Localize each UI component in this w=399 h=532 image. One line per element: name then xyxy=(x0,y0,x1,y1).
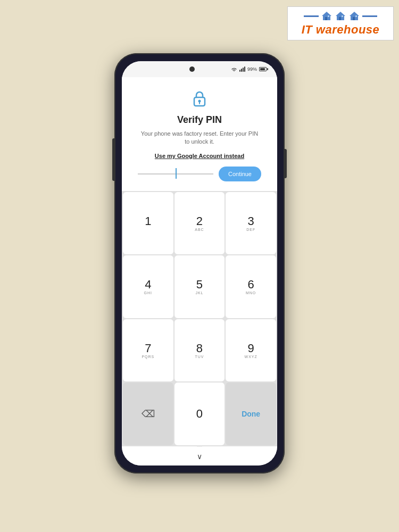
svg-rect-5 xyxy=(342,15,343,17)
logo-container: IT warehouse xyxy=(287,6,394,40)
key-backspace[interactable]: ⌫ xyxy=(123,383,173,445)
svg-rect-7 xyxy=(353,17,355,20)
phone-screen: 99% Verify PIN Your phone was factory re… xyxy=(122,61,277,466)
key-8-letters: TUV xyxy=(195,355,204,359)
battery-icon xyxy=(259,67,267,71)
verify-subtitle: Your phone was factory reset. Enter your… xyxy=(132,130,267,146)
key-2-letters: ABC xyxy=(195,228,204,231)
key-6-num: 6 xyxy=(248,279,254,290)
key-0-num: 0 xyxy=(196,408,203,420)
logo-icons xyxy=(304,10,377,22)
pin-input-field[interactable] xyxy=(138,173,213,174)
logo-house-2 xyxy=(335,10,346,22)
key-9-num: 9 xyxy=(248,343,254,354)
key-8[interactable]: 8 TUV xyxy=(174,319,225,382)
done-label: Done xyxy=(242,410,260,418)
phone-body: 99% Verify PIN Your phone was factory re… xyxy=(114,53,285,473)
google-account-link[interactable]: Use my Google Account instead xyxy=(155,153,244,159)
key-9-letters: WXYZ xyxy=(245,355,257,359)
nav-chevron: ∨ xyxy=(197,452,202,461)
key-done[interactable]: Done xyxy=(226,383,276,445)
key-1-letters xyxy=(147,228,149,231)
key-2-num: 2 xyxy=(196,215,203,227)
key-8-num: 8 xyxy=(196,343,203,354)
key-6[interactable]: 6 MNO xyxy=(226,255,276,318)
logo-line-left xyxy=(304,15,319,17)
backspace-icon: ⌫ xyxy=(142,408,155,420)
logo-text: IT warehouse xyxy=(302,23,380,37)
status-right: 99% xyxy=(231,66,267,72)
pin-input-row: Continue xyxy=(132,167,267,181)
key-7-num: 7 xyxy=(145,343,151,354)
signal-icon xyxy=(239,66,245,72)
key-1-num: 1 xyxy=(145,215,151,227)
key-3[interactable]: 3 DEF xyxy=(226,192,276,255)
logo-line-right xyxy=(362,15,377,17)
key-9[interactable]: 9 WXYZ xyxy=(226,319,276,382)
screen-content: Verify PIN Your phone was factory reset.… xyxy=(122,77,277,466)
lock-icon xyxy=(189,88,210,109)
battery-fill xyxy=(260,68,265,70)
key-5-num: 5 xyxy=(196,279,203,290)
svg-rect-8 xyxy=(355,15,357,17)
key-4-letters: GHI xyxy=(144,291,152,295)
verify-title: Verify PIN xyxy=(177,114,222,126)
key-1[interactable]: 1 xyxy=(123,192,173,255)
svg-rect-1 xyxy=(325,17,327,20)
logo-house-1 xyxy=(321,10,332,22)
key-2[interactable]: 2 ABC xyxy=(174,192,225,255)
key-3-letters: DEF xyxy=(246,228,255,231)
key-4[interactable]: 4 GHI xyxy=(123,255,173,318)
key-7-letters: PQRS xyxy=(142,355,154,359)
key-0[interactable]: 0 xyxy=(174,383,225,445)
key-7[interactable]: 7 PQRS xyxy=(123,319,173,382)
svg-rect-4 xyxy=(339,17,341,20)
key-4-num: 4 xyxy=(145,279,151,290)
svg-rect-2 xyxy=(328,15,329,17)
logo-house-3 xyxy=(348,10,360,22)
key-3-num: 3 xyxy=(248,215,254,227)
pin-cursor xyxy=(176,168,177,179)
key-5-letters: JKL xyxy=(195,291,203,295)
wifi-icon xyxy=(231,66,237,72)
keypad: 1 2 ABC 3 DEF 4 GHI 5 JKL xyxy=(122,191,277,446)
key-5[interactable]: 5 JKL xyxy=(174,255,225,318)
battery-percent: 99% xyxy=(247,66,257,72)
pin-area: Verify PIN Your phone was factory reset.… xyxy=(122,77,277,191)
key-6-letters: MNO xyxy=(246,291,256,295)
front-camera xyxy=(189,66,195,72)
status-bar: 99% xyxy=(122,61,277,77)
continue-button[interactable]: Continue xyxy=(219,167,261,181)
bottom-nav: ∨ xyxy=(197,446,202,466)
